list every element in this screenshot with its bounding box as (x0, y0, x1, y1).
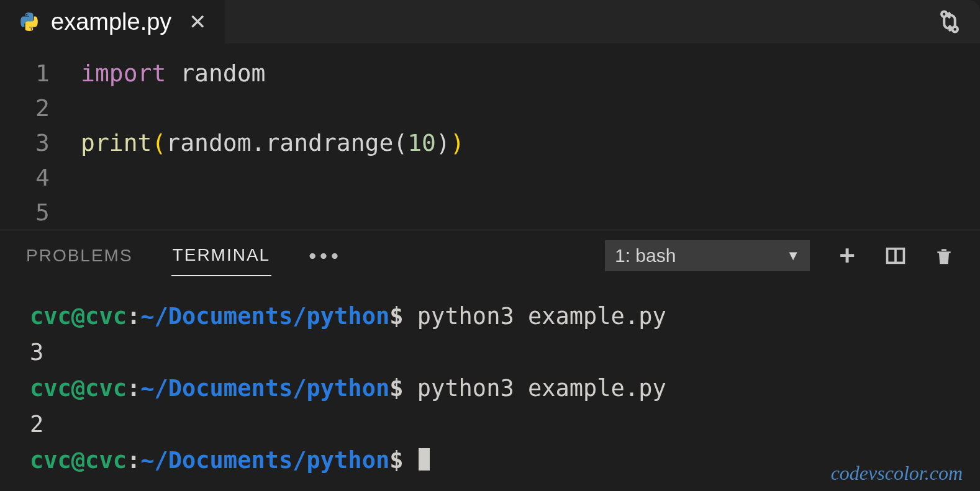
new-terminal-icon[interactable]: + (836, 245, 858, 267)
more-panels-icon[interactable]: ••• (309, 244, 342, 268)
terminal-shell-select[interactable]: 1: bash ▼ (605, 240, 810, 271)
code-content: print(random.randrange(10)) (81, 125, 465, 160)
terminal-line: cvc@cvc:~/Documents/python$ python3 exam… (30, 371, 950, 407)
code-line: 1import random (0, 56, 980, 91)
close-icon[interactable]: ✕ (189, 9, 206, 34)
line-number: 3 (0, 125, 81, 160)
line-number: 1 (0, 56, 81, 91)
chevron-down-icon: ▼ (786, 248, 800, 264)
panel-tab-terminal[interactable]: TERMINAL (171, 235, 272, 276)
svg-point-1 (953, 27, 958, 32)
tab-bar: example.py ✕ (0, 0, 980, 43)
shell-selected-label: 1: bash (615, 245, 676, 266)
terminal-output[interactable]: cvc@cvc:~/Documents/python$ python3 exam… (0, 281, 980, 479)
editor-tab[interactable]: example.py ✕ (0, 0, 225, 43)
code-editor[interactable]: 1import random23print(random.randrange(1… (0, 43, 980, 230)
svg-rect-4 (942, 255, 943, 262)
panel-tab-problems[interactable]: PROBLEMS (25, 236, 134, 276)
terminal-line: cvc@cvc:~/Documents/python$ (30, 443, 950, 479)
line-number: 4 (0, 160, 81, 195)
svg-point-0 (941, 12, 946, 17)
toolbar-right (937, 0, 963, 43)
code-line: 4 (0, 160, 980, 195)
code-content: import random (81, 56, 265, 91)
line-number: 2 (0, 91, 81, 125)
compare-changes-icon[interactable] (937, 9, 963, 35)
terminal-line: cvc@cvc:~/Documents/python$ python3 exam… (30, 299, 950, 335)
terminal-output-line: 3 (30, 335, 950, 371)
python-icon (19, 11, 40, 32)
panel-actions: + (836, 245, 955, 267)
tab-filename: example.py (51, 9, 171, 35)
watermark: codevscolor.com (831, 462, 963, 485)
code-line: 2 (0, 91, 980, 125)
split-terminal-icon[interactable] (884, 245, 907, 267)
line-number: 5 (0, 195, 81, 230)
svg-rect-5 (945, 255, 946, 262)
panel-header: PROBLEMS TERMINAL ••• 1: bash ▼ + (0, 230, 980, 281)
code-line: 5 (0, 195, 980, 230)
code-line: 3print(random.randrange(10)) (0, 125, 980, 160)
terminal-output-line: 2 (30, 407, 950, 443)
terminal-cursor (419, 448, 430, 471)
trash-icon[interactable] (933, 245, 955, 267)
